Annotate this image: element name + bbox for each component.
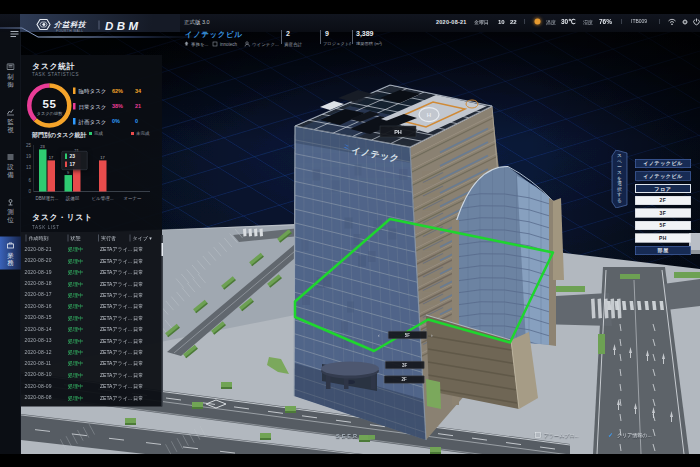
svg-text:DBM運営...: DBM運営...: [36, 195, 59, 202]
svg-text:19: 19: [26, 154, 32, 159]
svg-text:設備部: 設備部: [66, 195, 80, 202]
svg-text:す: す: [617, 192, 622, 197]
svg-text:17: 17: [49, 155, 54, 160]
svg-text:択: 択: [616, 187, 622, 192]
svg-text:23: 23: [40, 144, 45, 149]
svg-text:PH: PH: [394, 129, 402, 135]
svg-text:H: H: [427, 112, 431, 118]
svg-text:ー: ー: [617, 164, 622, 169]
svg-text:13: 13: [26, 165, 32, 170]
svg-text:ス: ス: [617, 170, 622, 175]
svg-text:ビル管理...: ビル管理...: [92, 195, 114, 201]
svg-text:る: る: [617, 198, 622, 203]
svg-text:選: 選: [617, 180, 622, 186]
svg-text:17: 17: [100, 155, 105, 160]
svg-text:25: 25: [26, 143, 32, 148]
svg-text:ス: ス: [617, 153, 622, 158]
svg-text:9: 9: [67, 170, 70, 175]
svg-text:0: 0: [28, 189, 31, 194]
svg-text:を: を: [617, 176, 622, 181]
svg-text:ペ: ペ: [617, 159, 622, 164]
svg-text:オーナー: オーナー: [123, 196, 142, 201]
svg-text:6: 6: [28, 178, 31, 183]
